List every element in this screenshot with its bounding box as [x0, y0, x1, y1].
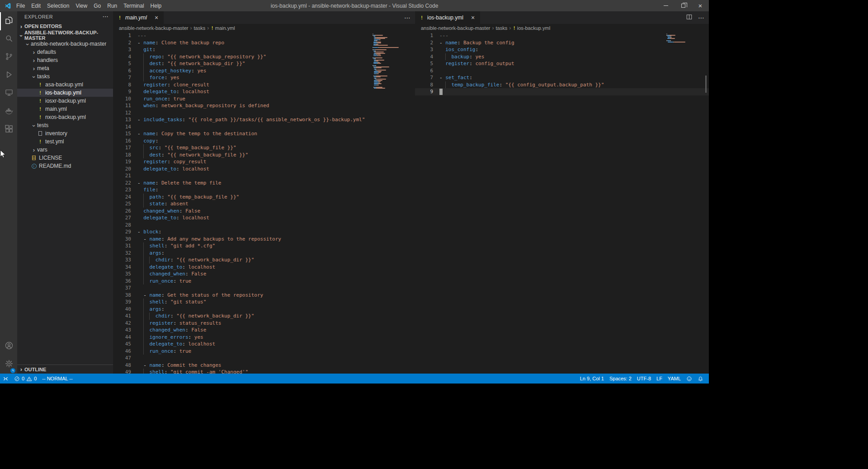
tree-item-ansible-network-backup-master[interactable]: ›ansible-network-backup-master [17, 40, 113, 48]
line-number: 32 [113, 250, 131, 257]
code-line: 46 run_once: true [113, 348, 415, 355]
smiley-icon [686, 376, 692, 382]
status-bar: 0 0 -- NORMAL -- Ln 9, Col 1 Spaces: 2 U… [0, 374, 709, 384]
breadcrumb-item-ansible-network-backup-master[interactable]: ansible-network-backup-master [119, 25, 188, 31]
split-editor-button[interactable] [686, 14, 693, 22]
cursor-position[interactable]: Ln 9, Col 1 [577, 374, 607, 384]
close-tab-button[interactable]: × [153, 14, 160, 21]
activity-source-control[interactable] [0, 48, 17, 66]
tree-item-iosxr-backup-yml[interactable]: !iosxr-backup.yml [17, 97, 113, 105]
more-actions-button[interactable]: ⋯ [404, 14, 410, 21]
line-number: 41 [113, 313, 131, 320]
tab-ios-backup-yml[interactable]: !ios-backup.yml× [415, 11, 480, 24]
editor-content[interactable]: 1---2- name: Clone the backup repo3 git:… [113, 32, 415, 374]
activity-search[interactable] [0, 30, 17, 48]
tree-item-tasks[interactable]: ›tasks [17, 72, 113, 81]
activity-explorer[interactable] [0, 12, 17, 30]
tree-item-label: nxos-backup.yml [45, 114, 86, 120]
tree-item-ios-backup-yml[interactable]: !ios-backup.yml [17, 89, 113, 97]
menu-edit[interactable]: Edit [28, 0, 44, 11]
breadcrumb-item-tasks[interactable]: tasks [495, 25, 507, 31]
tree-item-label: defaults [37, 49, 56, 55]
tree-item-tests[interactable]: ›tests [17, 121, 113, 129]
breadcrumb-item-ios-backup-yml[interactable]: ios-backup.yml [517, 25, 550, 31]
yaml-icon: ! [419, 15, 425, 21]
tree-item-label: ios-backup.yml [45, 90, 81, 96]
line-number: 47 [113, 355, 131, 362]
activity-docker[interactable] [0, 103, 17, 121]
indentation-setting[interactable]: Spaces: 2 [607, 374, 634, 384]
open-editors-header[interactable]: › OPEN EDITORS [17, 22, 113, 31]
breadcrumb-separator: › [207, 25, 209, 31]
line-number: 3 [415, 46, 433, 53]
eol-setting[interactable]: LF [654, 374, 665, 384]
tab-main-yml[interactable]: !main.yml× [113, 11, 164, 24]
sidebar-title-bar: EXPLORER ⋯ [17, 11, 113, 22]
activity-extensions[interactable] [0, 121, 17, 139]
minimap[interactable] [373, 33, 409, 89]
activity-run-and-debug[interactable] [0, 66, 17, 85]
code-line: 47 [113, 355, 415, 362]
code-line: 8 register: clone_result [113, 81, 415, 89]
tree-item-meta[interactable]: ›meta [17, 64, 113, 72]
code-line: 1--- [113, 32, 415, 39]
menu-terminal[interactable]: Terminal [120, 0, 147, 11]
activity-accounts[interactable] [0, 337, 17, 355]
tree-item-defaults[interactable]: ›defaults [17, 48, 113, 56]
menu-go[interactable]: Go [90, 0, 104, 11]
chevron-down-icon: › [31, 123, 37, 129]
feedback-button[interactable] [684, 374, 695, 384]
tree-item-label: meta [37, 65, 49, 71]
explorer-more-button[interactable]: ⋯ [103, 13, 108, 20]
more-actions-button[interactable]: ⋯ [698, 14, 704, 21]
menu-selection[interactable]: Selection [44, 0, 72, 11]
problems-indicator[interactable]: 0 0 [11, 374, 39, 384]
language-mode[interactable]: YAML [665, 374, 684, 384]
editor-content[interactable]: 1---2- name: Backup the config3 ios_conf… [415, 32, 709, 374]
tree-item-vars[interactable]: ›vars [17, 146, 113, 154]
tree-item-test-yml[interactable]: !test.yml [17, 137, 113, 146]
code-line: 35 changed_when: False [113, 270, 415, 278]
breadcrumb-item-main-yml[interactable]: main.yml [215, 25, 235, 31]
code-line: 5 register: config_output [415, 60, 709, 67]
activity-remote-explorer[interactable] [0, 85, 17, 103]
close-button[interactable]: × [692, 0, 709, 11]
tree-item-readme-md[interactable]: iREADME.md [17, 162, 113, 170]
tree-item-main-yml[interactable]: !main.yml [17, 105, 113, 113]
line-number: 49 [113, 369, 131, 374]
activity-settings[interactable] [0, 355, 17, 374]
close-tab-button[interactable]: × [469, 14, 476, 21]
code-line: 44 ignore_errors: yes [113, 334, 415, 341]
line-number: 19 [113, 158, 131, 166]
yaml-icon: ! [513, 25, 516, 31]
tab-bar: !main.yml×⋯ [113, 11, 415, 24]
code-line: 1--- [415, 32, 709, 39]
menu-help[interactable]: Help [147, 0, 165, 11]
outline-header[interactable]: › OUTLINE [17, 365, 113, 374]
notifications-bell[interactable] [695, 374, 706, 384]
menu-file[interactable]: File [13, 0, 28, 11]
code-line: 45 delegate_to: localhost [113, 341, 415, 348]
license-icon [31, 156, 37, 160]
code-line: 7- set_fact: [415, 74, 709, 81]
code-line: 4 backup: yes [415, 53, 709, 61]
sidebar-explorer: EXPLORER ⋯ › OPEN EDITORS › ANSIBLE-NETW… [17, 11, 113, 374]
encoding-setting[interactable]: UTF-8 [634, 374, 654, 384]
yaml-icon: ! [37, 139, 43, 145]
minimap[interactable] [666, 33, 703, 44]
restore-button[interactable] [675, 0, 692, 11]
tree-item-asa-backup-yml[interactable]: !asa-backup.yml [17, 81, 113, 89]
tree-item-inventory[interactable]: inventory [17, 129, 113, 137]
workspace-header[interactable]: › ANSIBLE-NETWORK-BACKUP-MASTER [17, 31, 113, 40]
breadcrumb-item-tasks[interactable]: tasks [193, 25, 205, 31]
minimize-button[interactable] [657, 0, 675, 11]
menu-view[interactable]: View [72, 0, 90, 11]
menu-run[interactable]: Run [104, 0, 120, 11]
tree-item-handlers[interactable]: ›handlers [17, 56, 113, 64]
tree-item-license[interactable]: LICENSE [17, 154, 113, 162]
breadcrumb-item-ansible-network-backup-master[interactable]: ansible-network-backup-master [421, 25, 490, 31]
remote-indicator[interactable] [0, 374, 11, 384]
line-number: 31 [113, 242, 131, 250]
tree-item-nxos-backup-yml[interactable]: !nxos-backup.yml [17, 113, 113, 121]
vim-mode-indicator[interactable]: -- NORMAL -- [39, 374, 75, 384]
